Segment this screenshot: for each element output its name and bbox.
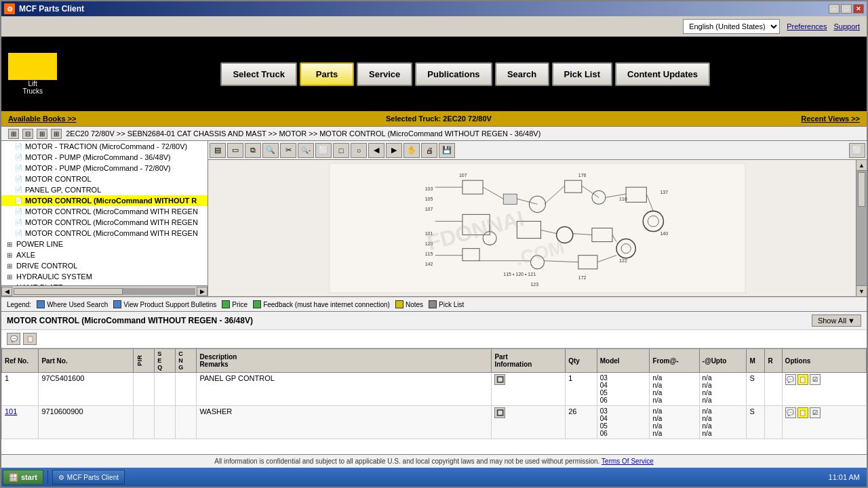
split-btn[interactable]: ⧉	[245, 143, 261, 158]
col-options: Options	[782, 349, 866, 373]
print-btn[interactable]: 🖨	[421, 143, 437, 158]
square-btn[interactable]: □	[333, 143, 349, 158]
legend-price-label: Price	[232, 301, 248, 308]
play-btn[interactable]: ▶	[386, 143, 402, 158]
breadcrumb-icon-3[interactable]: ⊞	[37, 129, 47, 139]
nav-content-updates[interactable]: Content Updates	[615, 62, 710, 86]
close-button[interactable]: ✕	[853, 4, 864, 14]
picklist-icon-101[interactable]: ☑	[810, 407, 821, 418]
note-icon-101[interactable]: 📋	[797, 407, 808, 418]
maximize-button[interactable]: □	[841, 4, 852, 14]
tree-label: MOTOR - TRACTION (MicroCommand - 72/80V)	[25, 142, 187, 150]
tree-item-motor-control-without[interactable]: 📄 MOTOR CONTROL (MicroCommand WITHOUT R	[1, 195, 208, 206]
diagram-vscroll[interactable]: ▲ ▼	[856, 160, 867, 296]
crop-btn[interactable]: ✂	[280, 143, 296, 158]
film-btn[interactable]: ▤	[210, 143, 226, 158]
tree-item-motor-control-regen-2[interactable]: 📄 MOTOR CONTROL (MicroCommand WITH REGEN	[1, 217, 208, 228]
vscroll-thumb[interactable]	[858, 172, 865, 207]
svg-text:172: 172	[578, 275, 587, 280]
legend-bulletins[interactable]: View Product Support Bulletins	[113, 300, 216, 308]
expand-icon[interactable]: ⊞	[7, 251, 12, 259]
available-books[interactable]: Available Books >>	[8, 115, 76, 123]
tree-item-axle[interactable]: ⊞ AXLE	[1, 249, 208, 260]
show-all-button[interactable]: Show All ▼	[812, 314, 861, 327]
language-select[interactable]: English (United States)	[683, 19, 780, 34]
tree-item-motor-control-regen-1[interactable]: 📄 MOTOR CONTROL (MicroCommand WITH REGEN	[1, 206, 208, 217]
taskbar-app-mcf[interactable]: ⚙ MCF Parts Client	[52, 470, 125, 485]
option-icons-101: 💬 📋 ☑	[785, 407, 863, 418]
zoom-out-btn[interactable]: 🔍-	[298, 143, 314, 158]
breadcrumb-icons: ⊞ ⊟ ⊞ ⊞	[8, 129, 62, 138]
legend-notes[interactable]: Notes	[395, 300, 423, 308]
breadcrumb-icon-2[interactable]: ⊟	[22, 129, 33, 139]
legend-picklist[interactable]: Pick List	[429, 300, 464, 308]
footer-terms[interactable]: Terms Of Service	[601, 458, 654, 465]
tree-item-hydraulic[interactable]: ⊞ HYDRAULIC SYSTEM	[1, 271, 208, 282]
expand-icon[interactable]: ⊞	[7, 241, 12, 248]
vscroll-track[interactable]	[856, 171, 867, 285]
legend-price-icon	[222, 300, 230, 308]
tree-item-panel-gp[interactable]: 📄 PANEL GP, CONTROL	[1, 184, 208, 195]
maximize-diagram-btn[interactable]: ⬜	[849, 143, 865, 158]
tree-item-motor-control[interactable]: 📄 MOTOR CONTROL	[1, 174, 208, 184]
start-windows-icon: 🪟	[9, 473, 18, 482]
tree-item-power-line[interactable]: ⊞ POWER LINE	[1, 239, 208, 249]
tree-hscrollbar[interactable]: ◀ ▶	[1, 285, 208, 296]
scroll-thumb[interactable]	[14, 288, 123, 295]
nav-pick-list[interactable]: Pick List	[552, 62, 612, 86]
col-ref-no: Ref No.	[2, 349, 39, 373]
legend-feedback[interactable]: Feedback (must have internet connection)	[253, 300, 390, 308]
breadcrumb-icon-1[interactable]: ⊞	[8, 129, 19, 139]
legend-where-used[interactable]: Where Used Search	[37, 300, 108, 308]
vscroll-down[interactable]: ▼	[856, 285, 867, 296]
zoom-in-btn[interactable]: 🔍	[262, 143, 279, 158]
part-info-icon-1[interactable]: 🔲	[494, 374, 505, 385]
tree-item-motor-pump-72[interactable]: 📄 MOTOR - PUMP (MicroCommand - 72/80V)	[1, 163, 208, 174]
circle-btn[interactable]: ○	[351, 143, 367, 158]
tree-item-motor-pump-36[interactable]: 📄 MOTOR - PUMP (MicroCommand - 36/48V)	[1, 152, 208, 163]
legend-price[interactable]: Price	[222, 300, 248, 308]
monitor-btn[interactable]: ▭	[227, 143, 243, 158]
taskbar: 🪟 start ⚙ MCF Parts Client 11:01 AM	[1, 468, 867, 487]
part-info-icon-101[interactable]: 🔲	[494, 407, 505, 418]
tree-item-drive-control[interactable]: ⊞ DRIVE CONTROL	[1, 260, 208, 271]
comment-icon-1[interactable]: 💬	[785, 374, 796, 385]
expand-icon[interactable]: ⊞	[7, 273, 12, 281]
tree-scroll-area[interactable]: 📄 MOTOR - TRACTION (MicroCommand - 72/80…	[1, 141, 208, 285]
play-back-btn[interactable]: ◀	[368, 143, 384, 158]
tree-label: PANEL GP, CONTROL	[25, 186, 101, 194]
cell-part-101: 9710600900	[39, 406, 134, 439]
hand-btn[interactable]: ✋	[403, 143, 420, 158]
start-button[interactable]: 🪟 start	[3, 470, 43, 485]
expand-icon[interactable]: ⊞	[7, 262, 12, 270]
selected-truck: Selected Truck: 2EC20 72/80V	[386, 115, 492, 123]
nav-select-truck[interactable]: Select Truck	[220, 62, 297, 86]
recent-views[interactable]: Recent Views >>	[801, 115, 860, 123]
minimize-button[interactable]: ─	[829, 4, 840, 14]
export-btn[interactable]: 💾	[439, 143, 455, 158]
support-link[interactable]: Support	[833, 22, 860, 30]
comment-btn[interactable]: 💬	[7, 333, 20, 345]
cell-c-1	[176, 373, 197, 406]
note-icon-1[interactable]: 📋	[797, 374, 808, 385]
col-cng: C N G	[176, 349, 197, 373]
frame-btn[interactable]: ⬜	[315, 143, 332, 158]
note-btn[interactable]: 📋	[23, 333, 37, 345]
nav-service[interactable]: Service	[357, 62, 412, 86]
svg-text:123: 123	[530, 282, 538, 287]
scroll-track[interactable]	[14, 288, 195, 295]
scroll-right-btn[interactable]: ▶	[197, 287, 208, 296]
nav-search[interactable]: Search	[495, 62, 549, 86]
breadcrumb-icon-4[interactable]: ⊞	[51, 129, 62, 139]
vscroll-up[interactable]: ▲	[856, 160, 867, 171]
legend-label: Legend:	[7, 301, 31, 308]
tree-item-motor-traction[interactable]: 📄 MOTOR - TRACTION (MicroCommand - 72/80…	[1, 141, 208, 152]
scroll-left-btn[interactable]: ◀	[1, 287, 12, 296]
comment-icon-101[interactable]: 💬	[785, 407, 796, 418]
picklist-icon-1[interactable]: ☑	[810, 374, 821, 385]
preferences-link[interactable]: Preferences	[787, 22, 827, 30]
nav-publications[interactable]: Publications	[415, 62, 492, 86]
nav-parts[interactable]: Parts	[300, 62, 354, 86]
parts-title-bar: MOTOR CONTROL (MicroCommand WITHOUT REGE…	[1, 312, 867, 330]
tree-item-motor-control-regen-3[interactable]: 📄 MOTOR CONTROL (MicroCommand WITH REGEN	[1, 228, 208, 239]
